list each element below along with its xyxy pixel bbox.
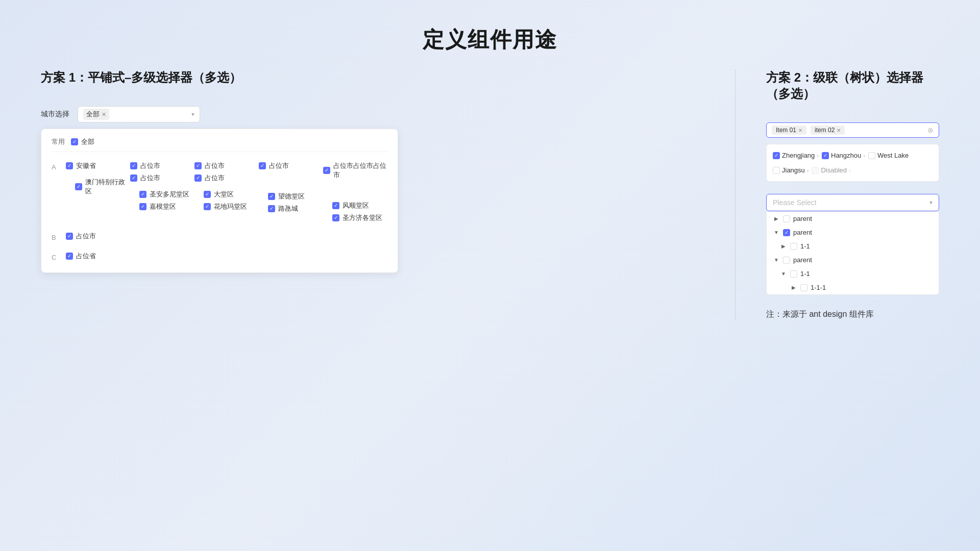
item-02-close-icon[interactable]: ✕ bbox=[837, 128, 841, 133]
parent1-cb[interactable] bbox=[783, 215, 790, 222]
jiangsu-cb bbox=[773, 167, 780, 174]
right-panel-title: 方案 2：级联（树状）选择器（多选） bbox=[766, 69, 939, 102]
anhui-checkbox bbox=[66, 162, 73, 169]
district8-cb bbox=[332, 214, 339, 221]
left-panel: 方案 1：平铺式–多级选择器（多选） 城市选择 全部 ✕ ▾ 常用 全部 bbox=[41, 69, 735, 320]
district6[interactable]: 路氹城 bbox=[259, 204, 323, 213]
hangzhou-cb bbox=[822, 152, 829, 159]
tree-row-parent1[interactable]: ▶ parent bbox=[767, 212, 939, 226]
cascader-tags-input[interactable]: Item 01 ✕ item 02 ✕ ⊗ bbox=[766, 122, 939, 138]
b-city1-cb bbox=[66, 233, 73, 240]
tree-select-box[interactable]: Please Select ▾ bbox=[766, 194, 939, 211]
col3: 占位市 占位市 大堂区 花地玛堂区 bbox=[194, 159, 259, 224]
1-1-1-cb[interactable] bbox=[800, 284, 807, 291]
parent3-cb[interactable] bbox=[783, 257, 790, 264]
city1[interactable]: 占位市 bbox=[130, 161, 194, 170]
district8[interactable]: 圣方济各堂区 bbox=[323, 213, 387, 222]
city1-cb bbox=[130, 162, 137, 169]
page-title: 定义组件用途 bbox=[0, 0, 980, 54]
all-checkbox-checked-icon bbox=[71, 138, 78, 145]
col5: 占位市占位市占位市 风顺堂区 圣方济各堂区 bbox=[323, 159, 387, 224]
city2[interactable]: 占位市 bbox=[130, 173, 194, 183]
letter-b: B bbox=[52, 230, 66, 244]
city5-cb bbox=[259, 162, 266, 169]
left-panel-title: 方案 1：平铺式–多级选择器（多选） bbox=[41, 69, 704, 86]
select-arrow-icon: ▾ bbox=[929, 199, 933, 206]
col2: 占位市 占位市 圣安多尼堂区 嘉模堂区 bbox=[130, 159, 194, 224]
c-province1-cb bbox=[66, 253, 73, 260]
expand-icon-1[interactable]: ▶ bbox=[773, 215, 780, 222]
city5[interactable]: 占位市 bbox=[259, 161, 323, 170]
zhengjiang-arrow: › bbox=[817, 153, 819, 159]
expand-icon-2[interactable]: ▼ bbox=[773, 229, 780, 236]
macao-checkbox bbox=[75, 183, 82, 190]
hangzhou-option[interactable]: Hangzhou › bbox=[822, 152, 865, 159]
zhengjiang-cb bbox=[773, 152, 780, 159]
district1-cb bbox=[139, 191, 146, 198]
district5[interactable]: 望德堂区 bbox=[259, 192, 323, 201]
tag-input[interactable]: 全部 ✕ ▾ bbox=[78, 106, 200, 122]
letter-a: A bbox=[52, 159, 66, 224]
item-01-close-icon[interactable]: ✕ bbox=[798, 128, 802, 133]
city2-cb bbox=[130, 174, 137, 182]
hangzhou-arrow: › bbox=[863, 153, 865, 159]
expand-icon-3[interactable]: ▶ bbox=[780, 243, 787, 250]
tree-options-row1: Zhengjiang › Hangzhou › West Lake bbox=[773, 149, 933, 161]
tree-options-row2: Jiangsu › Disabled › bbox=[773, 164, 933, 176]
district1[interactable]: 圣安多尼堂区 bbox=[130, 190, 194, 199]
district7[interactable]: 风顺堂区 bbox=[323, 201, 387, 210]
b-col: 占位市 bbox=[66, 230, 130, 244]
c-col: 占位省 bbox=[66, 249, 130, 264]
1-1a-cb[interactable] bbox=[790, 243, 797, 250]
jiangsu-option[interactable]: Jiangsu › bbox=[773, 166, 808, 174]
disabled-option: Disabled › bbox=[812, 166, 850, 174]
district2-cb bbox=[139, 203, 146, 210]
city3[interactable]: 占位市 bbox=[194, 161, 259, 170]
expand-icon-6[interactable]: ▶ bbox=[790, 284, 797, 291]
zhengjiang-option[interactable]: Zhengjiang › bbox=[773, 152, 819, 159]
inline-tree-panel: Zhengjiang › Hangzhou › West Lake Jiangs… bbox=[766, 144, 939, 182]
district6-cb bbox=[268, 205, 275, 212]
anhui-col: 安徽省 澳门特别行政区 bbox=[66, 159, 130, 224]
city4[interactable]: 占位市 bbox=[194, 173, 259, 183]
macao-item[interactable]: 澳门特别行政区 bbox=[66, 178, 130, 196]
tree-row-parent2[interactable]: ▼ parent bbox=[767, 226, 939, 239]
expand-icon-5[interactable]: ▼ bbox=[780, 270, 787, 278]
district5-cb bbox=[268, 193, 275, 200]
tree-row-1-1-1[interactable]: ▶ 1-1-1 bbox=[767, 281, 939, 294]
city-selector-row: 城市选择 全部 ✕ ▾ bbox=[41, 106, 704, 122]
city6[interactable]: 占位市占位市占位市 bbox=[323, 161, 387, 180]
city6-cb bbox=[323, 167, 330, 174]
tree-row-1-1b[interactable]: ▼ 1-1 bbox=[767, 267, 939, 281]
expand-icon-4[interactable]: ▼ bbox=[773, 257, 780, 264]
city4-cb bbox=[194, 174, 202, 182]
district4[interactable]: 花地玛堂区 bbox=[194, 202, 259, 211]
common-label: 常用 bbox=[52, 137, 65, 146]
tree-row-1-1a[interactable]: ▶ 1-1 bbox=[767, 239, 939, 253]
district3[interactable]: 大堂区 bbox=[194, 190, 259, 199]
selected-all-tag[interactable]: 全部 ✕ bbox=[83, 109, 109, 120]
item-01-tag[interactable]: Item 01 ✕ bbox=[772, 126, 806, 135]
tag-close-icon[interactable]: ✕ bbox=[102, 111, 106, 118]
disabled-cb bbox=[812, 167, 819, 174]
clear-all-icon[interactable]: ⊗ bbox=[927, 126, 934, 134]
section-a: A 安徽省 澳门特别行政区 bbox=[52, 159, 387, 224]
city3-cb bbox=[194, 162, 202, 169]
select-placeholder: Please Select bbox=[773, 198, 929, 207]
district3-cb bbox=[204, 191, 211, 198]
letter-c: C bbox=[52, 249, 66, 264]
all-checkbox[interactable]: 全部 bbox=[71, 137, 94, 146]
jiangsu-arrow: › bbox=[807, 167, 809, 173]
westlake-option[interactable]: West Lake bbox=[868, 152, 909, 159]
city-label: 城市选择 bbox=[41, 110, 69, 119]
item-02-tag[interactable]: item 02 ✕ bbox=[811, 126, 845, 135]
section-c: C 占位省 bbox=[52, 249, 387, 264]
c-province1[interactable]: 占位省 bbox=[66, 252, 130, 261]
1-1b-cb[interactable] bbox=[790, 270, 797, 278]
parent2-cb[interactable] bbox=[783, 229, 790, 236]
district2[interactable]: 嘉模堂区 bbox=[130, 202, 194, 211]
b-city1[interactable]: 占位市 bbox=[66, 232, 130, 241]
anhui-item[interactable]: 安徽省 bbox=[66, 161, 130, 170]
note-text: 注：来源于 ant design 组件库 bbox=[766, 309, 939, 320]
tree-row-parent3[interactable]: ▼ parent bbox=[767, 253, 939, 267]
